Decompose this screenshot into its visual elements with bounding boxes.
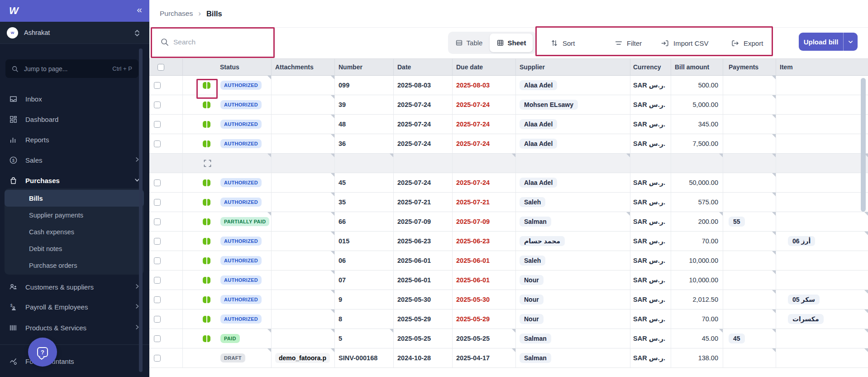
view-table-button[interactable]: Table [448, 39, 490, 47]
header-bill-amount[interactable]: Bill amount [671, 58, 723, 76]
header-date[interactable]: Date [394, 58, 453, 76]
search-input[interactable] [173, 38, 259, 46]
vertical-scrollbar[interactable] [861, 78, 866, 212]
cell-note-triangle [772, 154, 776, 157]
barcode-icon [9, 324, 18, 332]
table-row[interactable]: AUTHORIZED 45 2025-07-24 2025-07-24 Alaa… [149, 173, 868, 193]
row-checkbox[interactable] [154, 355, 161, 362]
row-checkbox[interactable] [154, 335, 161, 342]
sidebar-item-products-services[interactable]: Products & Services [0, 318, 149, 338]
row-checkbox[interactable] [154, 82, 161, 89]
row-checkbox[interactable] [154, 238, 161, 245]
expand-row-icon[interactable] [204, 160, 211, 167]
sidebar-item-payroll-employees[interactable]: $ Payroll & Employees [0, 297, 149, 317]
breadcrumb: Purchases › Bills [149, 0, 868, 28]
table-row[interactable]: AUTHORIZED 36 2025-07-24 2025-07-24 Alaa… [149, 134, 868, 154]
breadcrumb-purchases[interactable]: Purchases [160, 10, 193, 18]
sidebar-item-sales[interactable]: $ Sales [0, 150, 149, 170]
row-checkbox[interactable] [154, 277, 161, 284]
upload-bill-menu-button[interactable] [843, 33, 858, 51]
sidebar-item-for-accountants[interactable]: For accountants [0, 351, 149, 371]
header-item[interactable]: Item [776, 58, 868, 76]
header-status[interactable]: Status [183, 58, 272, 76]
table-row[interactable]: PARTIALLY PAID 66 2025-07-09 2025-07-09 … [149, 212, 868, 232]
sidebar-item-reports[interactable]: Reports [0, 130, 149, 150]
sidebar-item-customers-suppliers[interactable]: Customers & suppliers [0, 277, 149, 297]
bill-date: 2025-07-24 [394, 140, 431, 147]
jump-to-page-search[interactable]: Jump to page... Ctrl + P [5, 59, 138, 78]
cell-supplier: Mohsen ELsawy [516, 95, 630, 115]
sort-button[interactable]: Sort [550, 34, 575, 53]
cell-bill-amount: 2,012.50 [671, 290, 723, 309]
row-checkbox[interactable] [154, 102, 161, 108]
row-checkbox[interactable] [154, 140, 161, 147]
view-sheet-button[interactable]: Sheet [490, 34, 533, 52]
header-due-date[interactable]: Due date [453, 58, 516, 76]
cell-select [149, 232, 183, 251]
row-checkbox[interactable] [154, 296, 161, 303]
currency-value: SAR ر.س. [630, 121, 665, 128]
svg-text:$: $ [12, 157, 15, 162]
sidebar-item-inbox[interactable]: Inbox [0, 89, 149, 109]
page-title: Bills [206, 10, 222, 18]
header-attachments[interactable]: Attachments [272, 58, 335, 76]
export-button[interactable]: Export [731, 34, 763, 53]
user-switcher[interactable]: W Ashrakat [0, 22, 149, 44]
header-payments[interactable]: Payments [723, 58, 776, 76]
table-row[interactable]: AUTHORIZED 015 2025-06-23 2025-06-23 محم… [149, 232, 868, 251]
help-button[interactable]: ? [28, 338, 57, 367]
upload-bill-button[interactable]: Upload bill [799, 33, 843, 51]
table-row[interactable]: AUTHORIZED 07 2025-06-01 2025-06-01 Nour… [149, 271, 868, 290]
table-row[interactable]: AUTHORIZED 099 2025-08-03 2025-08-03 Ala… [149, 76, 868, 95]
supplier-pill: Alaa Adel [520, 80, 557, 90]
cell-note-triangle [772, 251, 776, 255]
bill-book-icon [203, 82, 210, 89]
sidebar-item-dashboard[interactable]: Dashboard [0, 109, 149, 129]
sidebar-item-purchases[interactable]: Purchases [0, 170, 149, 190]
bills-table: Status Attachments Number Date Due date … [149, 58, 868, 368]
table-row[interactable]: AUTHORIZED 35 2025-07-21 2025-07-21 Sale… [149, 193, 868, 212]
collapse-sidebar-icon[interactable]: « [137, 5, 142, 14]
status-badge: AUTHORIZED [220, 139, 262, 148]
header-currency[interactable]: Currency [630, 58, 671, 76]
select-all-checkbox[interactable] [157, 64, 164, 71]
bill-date: 2025-05-30 [394, 296, 431, 303]
sidebar-item-cash-expenses[interactable]: Cash expenses [5, 223, 144, 240]
sidebar-item-purchase-orders[interactable]: Purchase orders [5, 257, 144, 274]
row-checkbox[interactable] [154, 179, 161, 186]
cell-note-triangle [331, 348, 334, 352]
table-row[interactable]: AUTHORIZED 06 2025-06-01 2025-06-01 Sale… [149, 251, 868, 271]
table-row[interactable]: AUTHORIZED 8 2025-05-29 2025-05-29 Nour … [149, 309, 868, 329]
sidebar-item-supplier-payments[interactable]: Supplier payments [5, 207, 144, 223]
table-row[interactable] [149, 154, 868, 173]
table-row[interactable]: AUTHORIZED 9 2025-05-30 2025-05-30 Nour … [149, 290, 868, 309]
bill-due-date: 2025-07-24 [453, 101, 490, 108]
cell-supplier: محمد حسام [516, 232, 630, 251]
cell-note-triangle [331, 309, 334, 313]
sidebar-item-bills[interactable]: Bills [5, 190, 144, 207]
sidebar-scrollbar[interactable] [139, 48, 143, 372]
cell-currency: SAR ر.س. [630, 193, 671, 212]
row-checkbox[interactable] [154, 316, 161, 323]
row-checkbox[interactable] [154, 121, 161, 128]
cell-payments [723, 251, 776, 271]
table-row[interactable]: PAID 5 2025-05-25 2025-05-25 Salman SAR … [149, 329, 868, 348]
import-csv-button[interactable]: Import CSV [661, 34, 709, 53]
table-row[interactable]: AUTHORIZED 39 2025-07-24 2025-07-24 Mohs… [149, 95, 868, 115]
sidebar-item-label: Debit notes [29, 245, 62, 252]
cell-attachments [272, 329, 335, 348]
attachment-pill[interactable]: demo_fatoora.p [275, 353, 330, 363]
sidebar-item-debit-notes[interactable]: Debit notes [5, 240, 144, 257]
filter-button[interactable]: Filter [615, 34, 642, 53]
bill-number: 07 [335, 276, 346, 284]
table-row[interactable]: DRAFT demo_fatoora.p SINV-000168 2024-10… [149, 348, 868, 368]
row-checkbox[interactable] [154, 199, 161, 206]
row-checkbox[interactable] [154, 257, 161, 264]
status-badge: AUTHORIZED [220, 198, 262, 207]
header-number[interactable]: Number [335, 58, 394, 76]
cell-note-triangle [331, 251, 334, 255]
header-supplier[interactable]: Supplier [516, 58, 630, 76]
cell-note-triangle [331, 154, 334, 157]
table-row[interactable]: AUTHORIZED 48 2025-07-24 2025-07-24 Alaa… [149, 115, 868, 134]
row-checkbox[interactable] [154, 218, 161, 225]
